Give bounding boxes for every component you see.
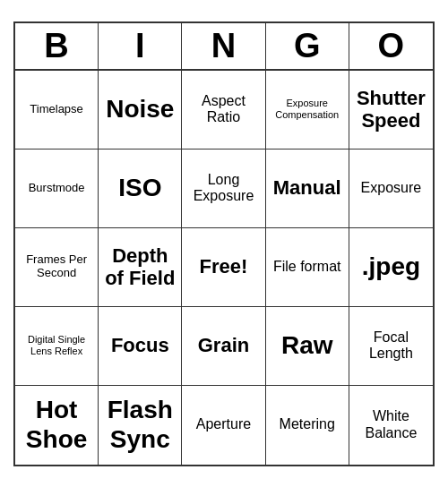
- cell-text: Burstmode: [29, 182, 85, 195]
- header-letter: O: [349, 23, 433, 69]
- bingo-cell: Hot Shoe: [15, 386, 99, 465]
- bingo-cell: Frames Per Second: [15, 228, 99, 307]
- bingo-cell: Digital Single Lens Reflex: [15, 307, 99, 386]
- bingo-cell: .jpeg: [349, 228, 433, 307]
- bingo-cell: ISO: [99, 150, 182, 228]
- bingo-cell: Noise: [99, 71, 182, 150]
- cell-text: Aperture: [196, 416, 251, 432]
- bingo-cell: Focus: [99, 307, 182, 386]
- cell-text: Manual: [273, 176, 341, 199]
- bingo-cell: Free!: [182, 228, 265, 307]
- bingo-cell: Depth of Field: [99, 228, 182, 307]
- cell-text: File format: [273, 259, 341, 275]
- cell-text: Timelapse: [30, 103, 82, 116]
- bingo-cell: Aspect Ratio: [182, 71, 265, 150]
- bingo-cell: Long Exposure: [182, 150, 265, 228]
- header-letter: I: [99, 23, 182, 69]
- bingo-cell: Timelapse: [15, 71, 99, 150]
- bingo-cell: Flash Sync: [99, 386, 182, 465]
- cell-text: Metering: [280, 416, 335, 432]
- bingo-cell: Grain: [182, 307, 265, 386]
- cell-text: Digital Single Lens Reflex: [18, 334, 95, 356]
- bingo-cell: Manual: [266, 150, 349, 228]
- cell-text: Focus: [111, 334, 169, 356]
- cell-text: ISO: [118, 174, 161, 202]
- cell-text: Aspect Ratio: [185, 93, 262, 126]
- header-letter: G: [266, 23, 349, 69]
- cell-text: Flash Sync: [101, 396, 178, 453]
- header-letter: N: [182, 23, 265, 69]
- cell-text: Grain: [198, 334, 249, 356]
- cell-text: .jpeg: [362, 252, 420, 281]
- bingo-grid: TimelapseNoiseAspect RatioExposure Compe…: [15, 71, 433, 465]
- bingo-header: BINGO: [15, 23, 433, 71]
- bingo-cell: Exposure Compensation: [266, 71, 349, 150]
- bingo-card: BINGO TimelapseNoiseAspect RatioExposure…: [13, 21, 435, 466]
- cell-text: Frames Per Second: [18, 253, 95, 280]
- cell-text: Free!: [200, 255, 248, 278]
- bingo-cell: Raw: [266, 307, 349, 386]
- bingo-cell: Exposure: [349, 150, 433, 228]
- cell-text: Exposure: [361, 180, 422, 196]
- cell-text: Long Exposure: [185, 172, 262, 205]
- cell-text: Shutter Speed: [352, 87, 430, 132]
- bingo-cell: Aperture: [182, 386, 265, 465]
- cell-text: Noise: [106, 95, 174, 124]
- cell-text: Focal Length: [352, 329, 430, 363]
- header-letter: B: [15, 23, 99, 69]
- cell-text: Hot Shoe: [18, 396, 95, 453]
- bingo-cell: Shutter Speed: [349, 71, 433, 150]
- bingo-cell: Focal Length: [349, 307, 433, 386]
- cell-text: Raw: [281, 331, 333, 360]
- cell-text: Depth of Field: [101, 244, 178, 290]
- bingo-cell: White Balance: [349, 386, 433, 465]
- bingo-cell: File format: [266, 228, 349, 307]
- cell-text: Exposure Compensation: [269, 98, 346, 120]
- bingo-cell: Metering: [266, 386, 349, 465]
- cell-text: White Balance: [352, 408, 430, 441]
- bingo-cell: Burstmode: [15, 150, 99, 228]
